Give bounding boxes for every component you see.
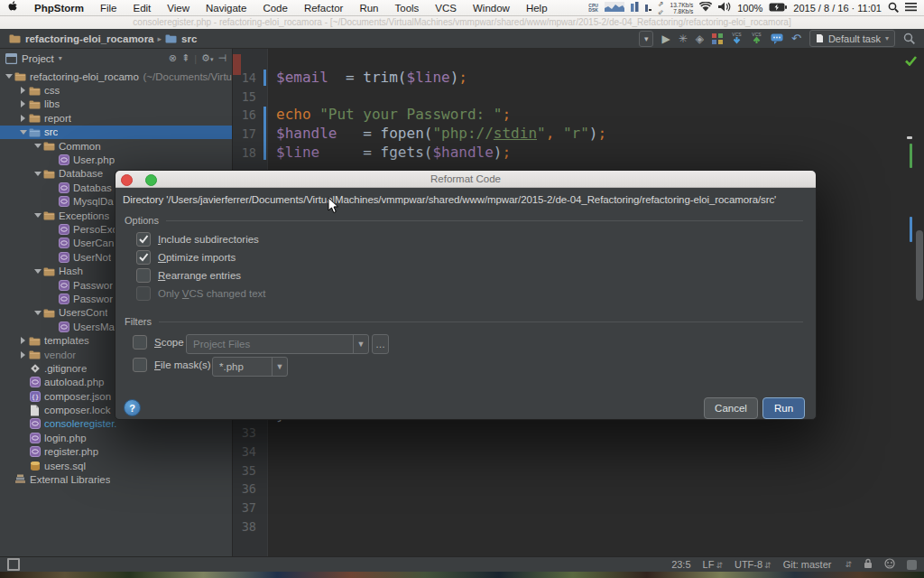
debug-button[interactable]: ✳ (679, 33, 688, 45)
tree-item-label: users.sql (44, 461, 86, 471)
menu-item-phpstorm[interactable]: PhpStorm (26, 3, 92, 14)
collapse-all-icon[interactable]: ⇞ (181, 52, 189, 64)
wifi-icon[interactable] (699, 2, 712, 14)
expand-arrow-icon[interactable] (18, 115, 28, 122)
menu-item-tools[interactable]: Tools (387, 3, 428, 14)
tree-item-common[interactable]: Common (0, 139, 232, 153)
inspection-ok-icon[interactable] (905, 53, 917, 70)
vcs-update-button[interactable]: VCS (731, 32, 743, 45)
battery-icon[interactable] (769, 3, 787, 14)
tree-item-report[interactable]: report (0, 111, 232, 125)
branch-switch-icon[interactable]: ⇵ (845, 560, 852, 569)
close-icon[interactable] (121, 174, 133, 186)
gear-icon[interactable]: ⚙▾ (201, 52, 213, 64)
run-button[interactable]: ▶ (661, 33, 670, 45)
tree-item-login-php[interactable]: login.php (0, 431, 232, 444)
hector-inspection-icon[interactable] (884, 558, 895, 571)
menu-clock[interactable]: 2015 / 8 / 16 · 11:01 (793, 3, 882, 14)
scope-combo[interactable]: Project Files ▼ (186, 334, 369, 354)
zoom-icon[interactable] (145, 174, 157, 186)
expand-arrow-icon[interactable] (32, 213, 42, 218)
checkbox[interactable] (136, 232, 151, 247)
expand-arrow-icon[interactable] (18, 87, 28, 94)
tree-item-refactoring-eloi-rocamora[interactable]: refactoring-eloi_rocamora(~/Documents/Vi… (0, 70, 232, 83)
updown-arrows-icon[interactable]: ⇗⇙ (658, 0, 664, 16)
tree-item-users-sql[interactable]: users.sql (0, 459, 232, 472)
task-combo[interactable]: Default task ▾ (809, 30, 895, 47)
toolwindow-toggle-icon[interactable] (7, 558, 20, 571)
network-speed[interactable]: 13.7Kb/s7.8Kb/s (670, 2, 694, 14)
checkbox-label: Include subdirectories (158, 234, 259, 245)
tree-item-src[interactable]: src (0, 126, 232, 139)
expand-arrow-icon[interactable] (18, 100, 28, 107)
ide-navigation-bar: refactoring-eloi_rocamora ▸ src ▾ ▶ ✳ ◈ … (0, 29, 924, 49)
expand-arrow-icon[interactable] (18, 351, 28, 359)
istat-text-icon[interactable]: CPUDSK (588, 4, 598, 13)
menu-item-window[interactable]: Window (465, 3, 518, 14)
expand-arrow-icon[interactable] (4, 74, 14, 79)
checkbox[interactable] (136, 268, 151, 283)
file-mask-checkbox[interactable] (133, 358, 147, 372)
menu-item-view[interactable]: View (159, 3, 198, 14)
menu-item-edit[interactable]: Edit (125, 3, 159, 14)
tree-item-css[interactable]: css (0, 83, 232, 97)
vcs-commit-button[interactable]: VCS (751, 32, 762, 45)
cancel-button[interactable]: Cancel (704, 397, 758, 419)
checkbox[interactable] (136, 286, 151, 301)
coverage-button[interactable]: ◈ (696, 33, 704, 45)
hide-panel-icon[interactable]: ⊣ (217, 52, 226, 64)
menu-item-vcs[interactable]: VCS (427, 3, 465, 14)
caret-position[interactable]: 23:5 (671, 559, 690, 570)
git-branch[interactable]: Git: master (783, 559, 832, 570)
tree-item-user-php[interactable]: User.php (0, 153, 232, 166)
background-task-icon[interactable] (907, 560, 917, 570)
vcs-push-icon[interactable] (771, 33, 783, 44)
help-button[interactable]: ? (124, 399, 141, 416)
menu-item-help[interactable]: Help (518, 3, 556, 14)
profile-grid-icon[interactable] (712, 33, 723, 44)
memory-meter-icon[interactable] (631, 2, 639, 14)
run-dialog-button[interactable]: Run (762, 397, 805, 419)
panel-title[interactable]: Project (22, 53, 54, 64)
locate-file-icon[interactable]: ⊗ (169, 52, 177, 64)
panel-title-chevron-icon[interactable]: ▾ (59, 54, 62, 62)
tree-item-libs[interactable]: libs (0, 98, 232, 111)
menu-item-run[interactable]: Run (351, 3, 386, 14)
breadcrumb-project[interactable]: refactoring-eloi_rocamora (25, 33, 154, 44)
breadcrumb-src[interactable]: src (165, 33, 197, 44)
line-separator[interactable]: LF⇵ (703, 559, 723, 570)
encoding[interactable]: UTF-8⇵ (735, 559, 772, 570)
scope-combo-arrow-icon[interactable]: ▼ (353, 335, 368, 353)
tree-item-external-libraries[interactable]: External Libraries (0, 472, 232, 486)
tree-item-register-php[interactable]: register.php (0, 445, 232, 459)
menu-item-refactor[interactable]: Refactor (296, 3, 351, 14)
dialog-title-bar[interactable]: Reformat Code (116, 171, 816, 188)
expand-arrow-icon[interactable] (32, 269, 42, 274)
undo-icon[interactable]: ↶ (791, 32, 801, 45)
menu-item-code[interactable]: Code (254, 3, 296, 14)
apple-menu-icon[interactable] (0, 1, 26, 14)
volume-icon[interactable] (718, 2, 731, 14)
disk-meter-icon[interactable] (645, 2, 651, 14)
file-mask-combo-arrow-icon[interactable]: ▼ (272, 358, 287, 376)
menu-item-navigate[interactable]: Navigate (198, 3, 254, 14)
file-mask-combo[interactable]: *.php ▼ (212, 357, 288, 377)
checkbox[interactable] (136, 250, 151, 265)
expand-arrow-icon[interactable] (32, 311, 42, 315)
expand-arrow-icon[interactable] (32, 144, 42, 148)
expand-arrow-icon[interactable] (18, 337, 28, 344)
notification-center-icon[interactable] (905, 2, 917, 14)
search-everywhere-icon[interactable] (903, 33, 915, 44)
scope-checkbox[interactable] (133, 335, 147, 350)
spotlight-search-icon[interactable] (888, 2, 899, 14)
menu-item-file[interactable]: File (92, 3, 125, 14)
expand-arrow-icon[interactable] (32, 172, 42, 176)
expand-arrow-icon[interactable] (18, 130, 28, 135)
run-config-dropdown[interactable]: ▾ (639, 31, 654, 47)
lock-icon[interactable] (864, 558, 873, 571)
cpu-history-icon[interactable] (605, 2, 624, 14)
scroll-mark-blue (910, 217, 912, 242)
breadcrumb[interactable]: refactoring-eloi_rocamora (0, 33, 154, 44)
editor-scrollbar[interactable] (916, 230, 923, 301)
scope-more-button[interactable]: … (372, 334, 389, 354)
